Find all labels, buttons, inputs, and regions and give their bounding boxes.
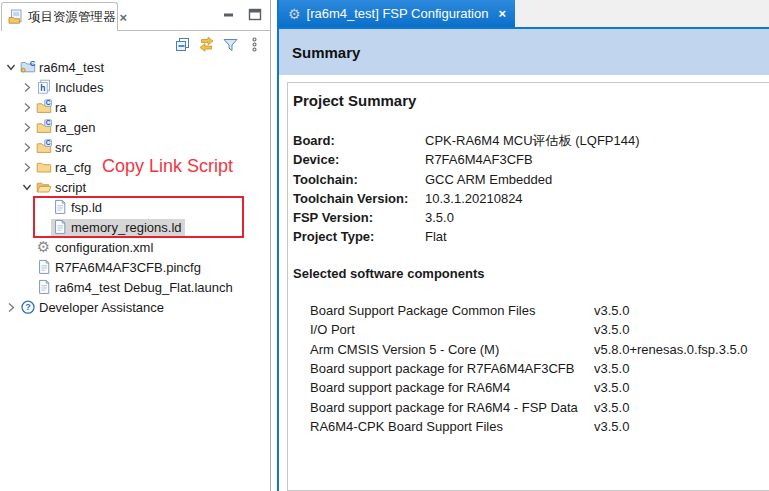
field-label: Device: [293, 150, 425, 169]
component-name: Arm CMSIS Version 5 - Core (M) [310, 340, 594, 359]
component-name: Board support package for RA6M4 [310, 378, 594, 397]
close-icon[interactable]: × [120, 11, 128, 24]
tree-item-label: configuration.xml [52, 239, 156, 256]
component-version: v3.5.0 [594, 419, 629, 434]
tree-item-developer-assistance[interactable]: ?Developer Assistance [0, 297, 269, 317]
svg-text:C: C [45, 139, 50, 146]
field-label: Toolchain: [293, 170, 425, 189]
close-icon[interactable]: × [498, 7, 506, 20]
tree-item-label: ra_gen [52, 119, 98, 136]
component-version: v3.5.0 [594, 400, 629, 415]
tree-item-configuration-xml[interactable]: ⚙configuration.xml [0, 237, 269, 257]
component-row: Board Support Package Common Filesv3.5.0 [293, 301, 769, 320]
chevron-spacer [22, 242, 35, 253]
component-name: Board Support Package Common Files [310, 301, 594, 320]
component-row: Arm CMSIS Version 5 - Core (M)v5.8.0+ren… [293, 340, 769, 359]
chevron-collapsed-icon[interactable] [22, 142, 35, 153]
tree-item-r7fa6m4af3cfb-pincfg[interactable]: R7FA6M4AF3CFB.pincfg [0, 257, 269, 277]
components-list: Board Support Package Common Filesv3.5.0… [293, 301, 769, 437]
component-row: Board support package for RA6M4v3.5.0 [293, 378, 769, 397]
chevron-collapsed-icon[interactable] [22, 122, 35, 133]
tree-item-label: memory_regions.ld [68, 219, 185, 236]
component-version: v3.5.0 [594, 380, 629, 395]
summary-field-device: Device:R7FA6M4AF3CFB [293, 150, 769, 169]
open-folder-icon [35, 179, 52, 195]
view-menu-icon[interactable] [246, 36, 263, 53]
source-folder-icon: C [35, 139, 52, 155]
tree-item-ra6m4-test-debug-flat-launch[interactable]: ra6m4_test Debug_Flat.launch [0, 277, 269, 297]
tree-item-label: ra_cfg [52, 159, 94, 176]
file-icon [35, 279, 52, 295]
tab-project-explorer[interactable]: 项目资源管理器 × [1, 2, 118, 31]
folder-icon [35, 159, 52, 175]
tree-item-ra-cfg[interactable]: ra_cfg [0, 157, 269, 177]
minimize-icon[interactable] [222, 8, 236, 22]
summary-header: Summary [279, 29, 769, 75]
field-value: 3.5.0 [425, 210, 454, 225]
chevron-collapsed-icon[interactable] [22, 82, 35, 93]
svg-text:C: C [45, 99, 50, 106]
tree-item-fsp-ld[interactable]: fsp.ld [0, 197, 269, 217]
tree-item-src[interactable]: Csrc [0, 137, 269, 157]
collapse-all-icon[interactable] [174, 36, 191, 53]
summary-field-project-type: Project Type:Flat [293, 227, 769, 246]
editor-tab-title: [ra6m4_test] FSP Configuration [307, 6, 489, 21]
chevron-collapsed-icon[interactable] [22, 162, 35, 173]
tree-item-label: script [52, 179, 89, 196]
project-explorer-panel: 项目资源管理器 × [0, 0, 271, 491]
component-name: Board support package for R7FA6M4AF3CFB [310, 359, 594, 378]
summary-field-board: Board:CPK-RA6M4 MCU评估板 (LQFP144) [293, 131, 769, 150]
summary-title: Summary [292, 44, 360, 61]
chevron-collapsed-icon[interactable] [22, 102, 35, 113]
components-title: Selected software components [293, 266, 769, 282]
c-project-icon: C [19, 59, 36, 75]
tree-item-script[interactable]: script [0, 177, 269, 197]
tree-item-ra-gen[interactable]: Cra_gen [0, 117, 269, 137]
maximize-icon[interactable] [248, 8, 262, 22]
tree-item-memory-regions-ld[interactable]: memory_regions.ld [0, 217, 269, 237]
component-row: RA6M4-CPK Board Support Filesv3.5.0 [293, 417, 769, 436]
tree-item-label: ra [52, 99, 70, 116]
summary-field-toolchain: Toolchain:GCC ARM Embedded [293, 170, 769, 189]
field-label: Toolchain Version: [293, 189, 425, 208]
project-summary-section: Project Summary Board:CPK-RA6M4 MCU评估板 (… [287, 82, 769, 491]
file-icon [35, 259, 52, 275]
chevron-spacer [38, 222, 51, 233]
chevron-collapsed-icon[interactable] [6, 302, 19, 313]
chevron-expanded-icon[interactable] [22, 182, 35, 193]
summary-field-toolchain-version: Toolchain Version:10.3.1.20210824 [293, 189, 769, 208]
tree-item-label: Includes [52, 79, 106, 96]
link-with-editor-icon[interactable] [198, 36, 215, 53]
field-label: Project Type: [293, 227, 425, 246]
component-version: v3.5.0 [594, 322, 629, 337]
file-icon [51, 199, 68, 215]
component-row: I/O Portv3.5.0 [293, 320, 769, 339]
chevron-spacer [22, 262, 35, 273]
editor-area: ⚙ [ra6m4_test] FSP Configuration × Summa… [277, 0, 769, 491]
field-value: R7FA6M4AF3CFB [425, 152, 533, 167]
tab-fsp-configuration[interactable]: ⚙ [ra6m4_test] FSP Configuration × [279, 0, 515, 27]
chevron-expanded-icon[interactable] [6, 62, 19, 73]
tree-item-includes[interactable]: hIncludes [0, 77, 269, 97]
question-icon: ? [19, 299, 36, 315]
project-explorer-icon [7, 9, 24, 25]
component-name: I/O Port [310, 320, 594, 339]
tree-item-ra[interactable]: Cra [0, 97, 269, 117]
source-folder-icon: C [35, 119, 52, 135]
svg-text:C: C [45, 119, 50, 126]
filter-icon[interactable] [222, 36, 239, 53]
field-value: CPK-RA6M4 MCU评估板 (LQFP144) [425, 133, 640, 148]
component-row: Board support package for R7FA6M4AF3CFBv… [293, 359, 769, 378]
tree-item-ra6m4-test[interactable]: Cra6m4_test [0, 57, 269, 77]
component-version: v3.5.0 [594, 303, 629, 318]
field-label: FSP Version: [293, 208, 425, 227]
tree-item-label: R7FA6M4AF3CFB.pincfg [52, 259, 204, 276]
file-icon [51, 219, 68, 235]
gear-icon: ⚙ [288, 7, 301, 21]
summary-field-fsp-version: FSP Version:3.5.0 [293, 208, 769, 227]
component-row: Board support package for RA6M4 - FSP Da… [293, 398, 769, 417]
selected-highlight: memory_regions.ld [51, 219, 185, 236]
component-name: RA6M4-CPK Board Support Files [310, 417, 594, 436]
app-window: 项目资源管理器 × [0, 0, 769, 491]
tree-item-label: Developer Assistance [36, 299, 167, 316]
